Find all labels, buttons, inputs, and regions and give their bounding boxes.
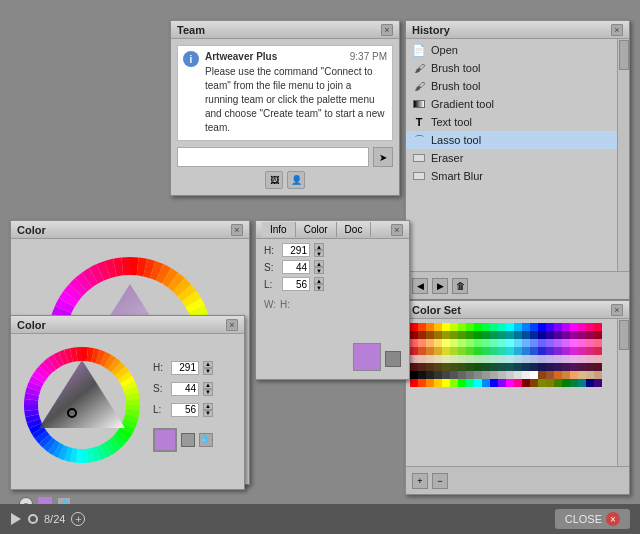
color-cell[interactable] — [578, 363, 586, 371]
history-trash-button[interactable]: 🗑 — [452, 278, 468, 294]
color-cell[interactable] — [546, 323, 554, 331]
color-cell[interactable] — [466, 347, 474, 355]
history-item[interactable]: 🖌Brush tool — [406, 77, 629, 95]
color-cell[interactable] — [530, 323, 538, 331]
info-bg-swatch[interactable] — [385, 351, 401, 367]
color-cell[interactable] — [426, 339, 434, 347]
color-cell[interactable] — [482, 363, 490, 371]
color-cell[interactable] — [554, 355, 562, 363]
colorset-scrollbar[interactable] — [617, 319, 629, 466]
color-cell[interactable] — [490, 331, 498, 339]
color-cell[interactable] — [514, 363, 522, 371]
history-item[interactable]: TText tool — [406, 113, 629, 131]
color-cell[interactable] — [522, 323, 530, 331]
color-cell[interactable] — [554, 323, 562, 331]
color-cell[interactable] — [490, 339, 498, 347]
color-cell[interactable] — [474, 371, 482, 379]
color-cell[interactable] — [578, 355, 586, 363]
color-cell[interactable] — [506, 355, 514, 363]
history-item[interactable]: Gradient tool — [406, 95, 629, 113]
color-cell[interactable] — [418, 355, 426, 363]
team-close-button[interactable]: × — [381, 24, 393, 36]
color-cell[interactable] — [514, 323, 522, 331]
color-cell[interactable] — [458, 379, 466, 387]
color-cell[interactable] — [498, 371, 506, 379]
color-cell[interactable] — [458, 371, 466, 379]
color-cell[interactable] — [530, 331, 538, 339]
history-item[interactable]: ⌒Lasso tool — [406, 131, 629, 149]
history-item[interactable]: 📄Open — [406, 41, 629, 59]
color-cell[interactable] — [498, 363, 506, 371]
color-cell[interactable] — [514, 347, 522, 355]
color-cell[interactable] — [578, 371, 586, 379]
color-cell[interactable] — [434, 323, 442, 331]
color-cell[interactable] — [594, 379, 602, 387]
color-cell[interactable] — [434, 347, 442, 355]
color-cell[interactable] — [514, 355, 522, 363]
color-cell[interactable] — [578, 331, 586, 339]
info-fg-swatch[interactable] — [353, 343, 381, 371]
color-cell[interactable] — [474, 347, 482, 355]
color-cell[interactable] — [506, 323, 514, 331]
color-cell[interactable] — [490, 323, 498, 331]
color-cell[interactable] — [490, 379, 498, 387]
color-cell[interactable] — [594, 363, 602, 371]
color-cell[interactable] — [482, 355, 490, 363]
color-cell[interactable] — [578, 347, 586, 355]
color-cell[interactable] — [562, 355, 570, 363]
color-cell[interactable] — [538, 355, 546, 363]
color-cell[interactable] — [498, 331, 506, 339]
tab-doc[interactable]: Doc — [337, 222, 372, 237]
color-cell[interactable] — [410, 355, 418, 363]
color-cell[interactable] — [554, 347, 562, 355]
info-h-down[interactable]: ▼ — [314, 250, 324, 257]
color-cell[interactable] — [434, 363, 442, 371]
history-item[interactable]: Smart Blur — [406, 167, 629, 185]
color-cell[interactable] — [410, 347, 418, 355]
color-cell[interactable] — [514, 379, 522, 387]
color-cell[interactable] — [434, 355, 442, 363]
tab-info[interactable]: Info — [262, 222, 296, 237]
color-cell[interactable] — [546, 363, 554, 371]
color-small-h-down[interactable]: ▼ — [203, 368, 213, 375]
color-cell[interactable] — [514, 331, 522, 339]
color-cell[interactable] — [562, 323, 570, 331]
color-cell[interactable] — [426, 331, 434, 339]
play-button[interactable] — [10, 513, 22, 525]
color-cell[interactable] — [490, 363, 498, 371]
color-cell[interactable] — [546, 339, 554, 347]
color-cell[interactable] — [522, 379, 530, 387]
color-cell[interactable] — [498, 339, 506, 347]
color-cell[interactable] — [426, 355, 434, 363]
color-cell[interactable] — [546, 355, 554, 363]
color-cell[interactable] — [418, 371, 426, 379]
color-cell[interactable] — [466, 355, 474, 363]
color-cell[interactable] — [522, 339, 530, 347]
color-cell[interactable] — [450, 323, 458, 331]
color-cell[interactable] — [450, 339, 458, 347]
color-cell[interactable] — [586, 347, 594, 355]
color-cell[interactable] — [482, 323, 490, 331]
color-cell[interactable] — [578, 323, 586, 331]
team-send-button[interactable]: ➤ — [373, 147, 393, 167]
color-small-fg-swatch[interactable] — [153, 428, 177, 452]
color-cell[interactable] — [410, 339, 418, 347]
info-close-button[interactable]: × — [391, 224, 403, 236]
color-cell[interactable] — [458, 339, 466, 347]
color-small-dropper[interactable]: 💧 — [199, 433, 213, 447]
color-cell[interactable] — [498, 323, 506, 331]
colorset-close-button[interactable]: × — [611, 304, 623, 316]
color-cell[interactable] — [570, 339, 578, 347]
color-small-h-input[interactable] — [171, 361, 199, 375]
color-cell[interactable] — [562, 379, 570, 387]
color-cell[interactable] — [562, 339, 570, 347]
info-h-up[interactable]: ▲ — [314, 243, 324, 250]
color-cell[interactable] — [442, 371, 450, 379]
colorset-delete-button[interactable]: − — [432, 473, 448, 489]
record-button[interactable] — [28, 514, 38, 524]
color-cell[interactable] — [466, 323, 474, 331]
color-cell[interactable] — [538, 363, 546, 371]
color-cell[interactable] — [594, 331, 602, 339]
info-l-input[interactable] — [282, 277, 310, 291]
info-s-up[interactable]: ▲ — [314, 260, 324, 267]
